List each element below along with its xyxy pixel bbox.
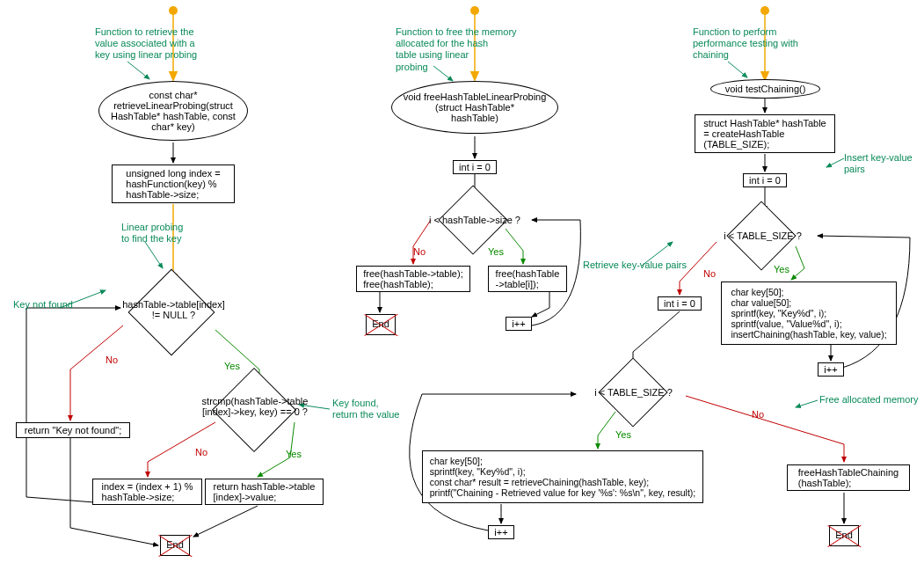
fc3-diamond1-text: i < TABLE_SIZE ? — [717, 230, 809, 241]
annot-fc1-title: Function to retrieve the value associate… — [95, 26, 227, 62]
fc2-diamond-text: i < hashTable->size ? — [422, 215, 527, 225]
label-yes: Yes — [286, 449, 302, 459]
fc2-end-label: End — [366, 318, 396, 329]
start-dot — [760, 6, 769, 15]
fc3-create: struct HashTable* hashTable = createHash… — [695, 114, 835, 153]
fc3-i0: int i = 0 — [743, 173, 787, 187]
start-dot — [169, 6, 178, 15]
fc1-box-index: unsigned long index = hashFunction(key) … — [112, 165, 235, 203]
fc1-start: const char* retrieveLinearProbing(struct… — [98, 81, 248, 141]
fc2-start: void freeHashTableLinearProbing (struct … — [391, 81, 558, 134]
fc3-diamond2-text: i < TABLE_SIZE ? — [587, 387, 680, 398]
annot-fc1-probe: Linear probing to find the key — [121, 222, 183, 245]
label-no: No — [413, 246, 426, 257]
label-yes: Yes — [488, 246, 504, 257]
start-dot — [470, 6, 479, 15]
label-yes: Yes — [615, 429, 631, 440]
annot-fc2-title: Function to free the memory allocated fo… — [396, 26, 536, 73]
fc3-i0-2: int i = 0 — [658, 296, 702, 311]
label-no: No — [703, 268, 716, 279]
fc3-start: void testChaining() — [710, 79, 820, 99]
fc3-ipp2: i++ — [488, 525, 514, 539]
annot-fc3-insert: Insert key-value pairs — [844, 152, 924, 175]
fc2-box-no: free(hashTable->table); free(hashTable); — [356, 266, 470, 292]
label-no: No — [105, 355, 118, 365]
fc1-diamond-null-text: hashTable->table[index] != NULL ? — [114, 299, 233, 320]
label-yes: Yes — [224, 361, 240, 371]
fc1-ret-notfound: return "Key not found"; — [16, 422, 130, 438]
annot-fc1-found: Key found, return the value — [332, 398, 399, 420]
annot-fc1-notfound: Key not found — [13, 299, 73, 311]
label-no: No — [752, 409, 764, 420]
fc1-end-label: End — [160, 539, 190, 550]
annot-fc3-free: Free allocated memory — [819, 394, 919, 406]
annot-fc3-retrieve: Retrieve key-value pairs — [583, 260, 687, 271]
fc3-insert-block: char key[50]; char value[50]; sprintf(ke… — [721, 282, 897, 345]
fc3-end2-label: End — [829, 530, 859, 540]
fc3-ipp1: i++ — [818, 362, 844, 377]
fc3-retrieve-block: char key[50]; sprintf(key, "Key%d", i); … — [422, 450, 703, 503]
fc1-diamond-strcmp-text: strcmp(hashTable->table [index]->key, ke… — [189, 396, 321, 417]
annot-fc3-title: Function to perform performance testing … — [693, 26, 825, 62]
fc1-ret-value: return hashTable->table [index]->value; — [205, 479, 324, 505]
fc3-free: freeHashTableChaining (hashTable); — [787, 464, 910, 491]
fc2-i0: int i = 0 — [453, 160, 497, 174]
fc1-inc-index: index = (index + 1) % hashTable->size; — [92, 479, 202, 505]
fc2-box-yes: free(hashTable ->table[i]); — [488, 266, 567, 292]
fc2-ipp: i++ — [506, 317, 532, 331]
label-no: No — [195, 447, 207, 457]
label-yes: Yes — [774, 264, 789, 274]
